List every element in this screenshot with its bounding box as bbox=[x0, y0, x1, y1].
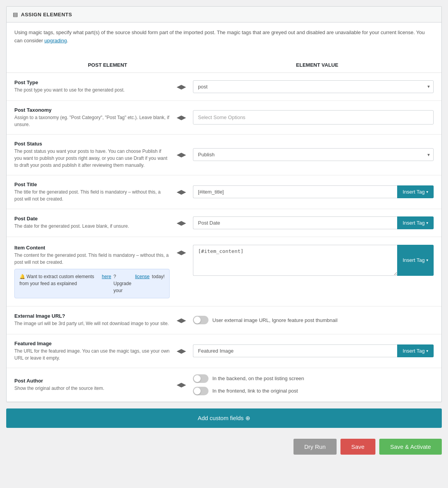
post-date-label-area: Post Date The date for the generated pos… bbox=[14, 216, 170, 230]
post-author-desc: Show the original author of the source i… bbox=[14, 385, 170, 392]
post-status-desc: The post status you want your posts to h… bbox=[14, 148, 170, 169]
upgrading-link[interactable]: upgrading bbox=[44, 38, 67, 43]
row-post-title: Post Title The title for the generated p… bbox=[7, 175, 441, 209]
post-type-value: post page custom bbox=[193, 80, 434, 93]
row-post-date: Post Date The date for the generated pos… bbox=[7, 209, 441, 237]
post-author-frontend-toggle-wrapper: In the frontend, link to the original po… bbox=[193, 387, 304, 395]
post-type-select-wrapper: post page custom bbox=[193, 80, 434, 93]
post-date-label: Post Date bbox=[14, 216, 170, 222]
intro-text: Using magic tags, specify what part(s) o… bbox=[14, 29, 434, 45]
item-content-label-area: Item Content The content for the generat… bbox=[14, 245, 170, 298]
bidirectional-arrow-icon: ◀▶ bbox=[177, 219, 186, 227]
external-image-toggle-label: User external image URL, Ignore feature … bbox=[212, 317, 337, 323]
dry-run-button[interactable]: Dry Run bbox=[293, 439, 337, 455]
post-date-arrows[interactable]: ◀▶ bbox=[170, 219, 193, 227]
featured-image-desc: The URL for the featured image. You can … bbox=[14, 348, 170, 362]
assign-elements-icon: ▤ bbox=[13, 11, 18, 17]
card-header-title: ASSIGN ELEMENTS bbox=[21, 12, 72, 17]
upgrade-license-link[interactable]: license bbox=[135, 273, 149, 280]
add-custom-fields-bar[interactable]: Add custom fields ⊕ bbox=[6, 408, 442, 428]
post-author-frontend-toggle[interactable] bbox=[193, 387, 208, 395]
taxonomy-multi-select[interactable]: Select Some Options bbox=[193, 110, 434, 125]
featured-image-arrows[interactable]: ◀▶ bbox=[170, 347, 193, 355]
row-post-taxonomy: Post Taxonomy Assign to a taxonomy (eg. … bbox=[7, 101, 441, 135]
post-taxonomy-label-area: Post Taxonomy Assign to a taxonomy (eg. … bbox=[14, 107, 170, 128]
post-title-insert-tag-button[interactable]: Insert Tag ▾ bbox=[397, 185, 434, 198]
col-element-value-header: ELEMENT VALUE bbox=[201, 62, 434, 68]
featured-image-input-group: Insert Tag ▾ bbox=[193, 344, 434, 357]
post-status-select[interactable]: Publish Draft Pending bbox=[193, 148, 434, 161]
post-type-desc: The post type you want to use for the ge… bbox=[14, 87, 170, 93]
card-header: ▤ ASSIGN ELEMENTS bbox=[7, 7, 441, 22]
post-date-input-group: Insert Tag ▾ bbox=[193, 216, 434, 229]
post-taxonomy-desc: Assign to a taxonomy (eg. "Post Category… bbox=[14, 114, 170, 128]
featured-image-input[interactable] bbox=[193, 344, 397, 357]
post-taxonomy-value: Select Some Options bbox=[193, 110, 434, 125]
row-item-content: Item Content The content for the generat… bbox=[7, 237, 441, 306]
item-content-textarea-group: [#item_content] Insert Tag ▾ bbox=[193, 245, 434, 276]
post-date-value: Insert Tag ▾ bbox=[193, 216, 434, 229]
external-image-toggle-wrapper: User external image URL, Ignore feature … bbox=[193, 316, 337, 324]
item-content-desc: The content for the generated post. This… bbox=[14, 252, 170, 266]
post-title-input[interactable] bbox=[193, 185, 397, 198]
post-type-select[interactable]: post page custom bbox=[193, 80, 434, 93]
post-title-value: Insert Tag ▾ bbox=[193, 185, 434, 198]
post-title-input-group: Insert Tag ▾ bbox=[193, 185, 434, 198]
bidirectional-arrow-icon: ◀▶ bbox=[177, 83, 186, 90]
external-image-value: User external image URL, Ignore feature … bbox=[193, 316, 434, 324]
post-title-arrows[interactable]: ◀▶ bbox=[170, 188, 193, 196]
post-author-backend-toggle-wrapper: In the backend, on the post listing scre… bbox=[193, 374, 304, 383]
post-status-arrows[interactable]: ◀▶ bbox=[170, 151, 193, 158]
featured-image-label: Featured Image bbox=[14, 341, 170, 346]
external-image-label: External Image URL? bbox=[14, 313, 170, 319]
post-title-label-area: Post Title The title for the generated p… bbox=[14, 182, 170, 202]
external-image-desc: The image url will be 3rd party url, We … bbox=[14, 320, 170, 327]
bidirectional-arrow-icon: ◀▶ bbox=[177, 151, 186, 158]
post-date-insert-tag-button[interactable]: Insert Tag ▾ bbox=[397, 216, 434, 229]
featured-image-value: Insert Tag ▾ bbox=[193, 344, 434, 357]
chevron-down-icon: ▾ bbox=[426, 221, 428, 225]
item-content-textarea[interactable]: [#item_content] bbox=[193, 245, 397, 276]
bidirectional-arrow-icon: ◀▶ bbox=[177, 381, 186, 388]
external-image-toggle[interactable] bbox=[193, 316, 208, 324]
bidirectional-arrow-icon: ◀▶ bbox=[177, 317, 186, 324]
row-post-author: Post Author Show the original author of … bbox=[7, 368, 441, 402]
chevron-down-icon: ▾ bbox=[426, 190, 428, 194]
col-post-element-header: POST ELEMENT bbox=[14, 62, 201, 68]
post-author-frontend-label: In the frontend, link to the original po… bbox=[212, 388, 298, 394]
item-content-arrows[interactable]: ◀▶ bbox=[170, 249, 193, 256]
row-featured-image: Featured Image The URL for the featured … bbox=[7, 334, 441, 368]
post-status-label: Post Status bbox=[14, 141, 170, 147]
footer-buttons: Dry Run Save Save & Activate bbox=[6, 434, 442, 459]
post-author-arrows[interactable]: ◀▶ bbox=[170, 381, 193, 388]
row-post-status: Post Status The post status you want you… bbox=[7, 135, 441, 175]
post-title-label: Post Title bbox=[14, 182, 170, 187]
bidirectional-arrow-icon: ◀▶ bbox=[177, 114, 186, 121]
post-date-input[interactable] bbox=[193, 216, 397, 229]
post-date-desc: The date for the generated post. Leave b… bbox=[14, 223, 170, 230]
featured-image-insert-tag-button[interactable]: Insert Tag ▾ bbox=[397, 344, 434, 357]
featured-image-label-area: Featured Image The URL for the featured … bbox=[14, 341, 170, 362]
post-author-backend-toggle[interactable] bbox=[193, 374, 208, 383]
post-type-arrows[interactable]: ◀▶ bbox=[170, 83, 193, 90]
post-author-toggles: In the backend, on the post listing scre… bbox=[193, 374, 304, 395]
post-title-desc: The title for the generated post. This f… bbox=[14, 189, 170, 202]
external-image-arrows[interactable]: ◀▶ bbox=[170, 317, 193, 324]
chevron-down-icon: ▾ bbox=[426, 349, 428, 353]
post-author-value: In the backend, on the post listing scre… bbox=[193, 374, 434, 395]
bidirectional-arrow-icon: ◀▶ bbox=[177, 249, 186, 256]
upgrade-here-link[interactable]: here bbox=[102, 273, 111, 280]
row-external-image-url: External Image URL? The image url will b… bbox=[7, 306, 441, 334]
bidirectional-arrow-icon: ◀▶ bbox=[177, 347, 186, 355]
item-content-desc-area: Item Content The content for the generat… bbox=[14, 245, 170, 298]
post-taxonomy-arrows[interactable]: ◀▶ bbox=[170, 114, 193, 121]
external-image-label-area: External Image URL? The image url will b… bbox=[14, 313, 170, 327]
save-activate-button[interactable]: Save & Activate bbox=[379, 439, 442, 455]
item-content-insert-tag-button[interactable]: Insert Tag ▾ bbox=[397, 245, 434, 276]
post-status-select-wrapper: Publish Draft Pending bbox=[193, 148, 434, 161]
post-author-label-area: Post Author Show the original author of … bbox=[14, 378, 170, 392]
post-author-backend-label: In the backend, on the post listing scre… bbox=[212, 376, 304, 381]
save-button[interactable]: Save bbox=[340, 439, 375, 455]
column-headers: POST ELEMENT ELEMENT VALUE bbox=[7, 57, 441, 73]
post-type-label-area: Post Type The post type you want to use … bbox=[14, 80, 170, 93]
